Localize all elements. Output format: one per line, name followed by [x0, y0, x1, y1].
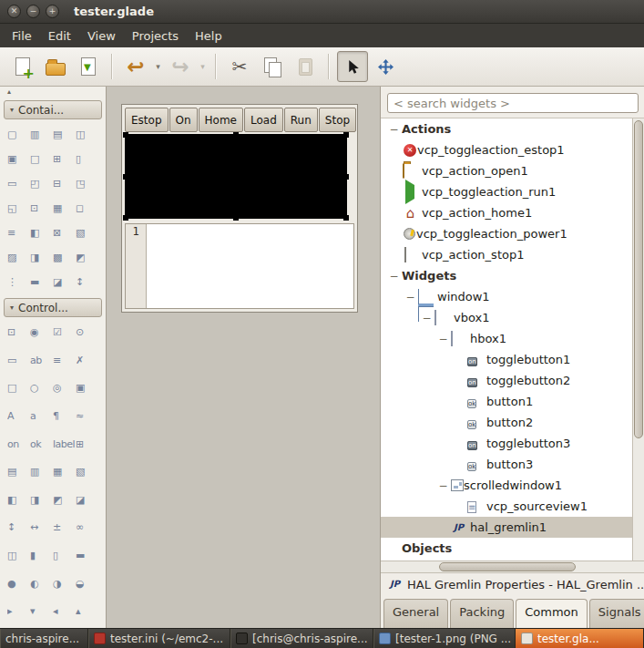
- palette-widget-icon[interactable]: ▬: [76, 549, 98, 563]
- expander-icon[interactable]: [419, 312, 434, 324]
- palette-widget-icon[interactable]: ≈: [76, 409, 98, 424]
- expander-icon[interactable]: [386, 270, 402, 283]
- palette-widget-icon[interactable]: ◫: [76, 128, 98, 142]
- tree-row-togglebutton2[interactable]: togglebutton2: [381, 370, 632, 391]
- palette-widget-icon[interactable]: ◒: [76, 577, 98, 591]
- palette-widget-icon[interactable]: ▭: [7, 177, 30, 191]
- tree-row-togglebutton1[interactable]: togglebutton1: [381, 349, 632, 370]
- tree-row-togglebutton3[interactable]: togglebutton3: [381, 433, 632, 454]
- run-togglebutton[interactable]: Run: [284, 108, 318, 132]
- taskbar-item[interactable]: tester.ini (~/emc2-...: [88, 629, 230, 648]
- selection-handle[interactable]: [343, 132, 349, 138]
- palette-widget-icon[interactable]: ok: [30, 437, 53, 452]
- selection-handle[interactable]: [123, 174, 128, 180]
- palette-widget-icon[interactable]: ✗: [76, 354, 98, 368]
- palette-widget-icon[interactable]: ↕: [7, 520, 30, 535]
- palette-widget-icon[interactable]: ▢: [7, 128, 30, 142]
- tree-row-hbox1[interactable]: hbox1: [381, 328, 632, 349]
- tree-row-button3[interactable]: button3: [381, 454, 632, 475]
- paste-button[interactable]: [290, 51, 321, 82]
- palette-widget-icon[interactable]: ▩: [53, 251, 76, 265]
- palette-widget-icon[interactable]: label: [53, 437, 76, 452]
- palette-scroll-up[interactable]: ▴: [0, 87, 106, 98]
- tree-row-power-action[interactable]: vcp_toggleaction_power1: [381, 223, 632, 244]
- palette-widget-icon[interactable]: on: [7, 437, 30, 452]
- palette-widget-icon[interactable]: ▾: [30, 604, 53, 619]
- save-button[interactable]: [73, 51, 104, 82]
- sourceview-widget[interactable]: 1: [125, 223, 354, 309]
- tree-row-hal-gremlin1[interactable]: hal_gremlin1: [381, 517, 632, 538]
- expander-icon[interactable]: [386, 123, 402, 136]
- selection-handle[interactable]: [123, 215, 128, 221]
- home-button[interactable]: Home: [199, 108, 243, 132]
- minimize-button[interactable]: −: [26, 5, 40, 18]
- tab-packing[interactable]: Packing: [450, 599, 514, 628]
- palette-widget-icon[interactable]: ⊡: [7, 325, 30, 340]
- palette-widget-icon[interactable]: ◻: [76, 201, 98, 216]
- palette-widget-icon[interactable]: ◫: [7, 549, 30, 563]
- palette-widget-icon[interactable]: □: [7, 381, 30, 396]
- palette-widget-icon[interactable]: ▤: [7, 465, 30, 479]
- palette-widget-icon[interactable]: ◑: [53, 577, 76, 591]
- palette-widget-icon[interactable]: A: [7, 409, 30, 424]
- designed-window[interactable]: Estop On Home Load Run Stop: [121, 104, 358, 313]
- palette-widget-icon[interactable]: ◱: [7, 201, 30, 216]
- palette-widget-icon[interactable]: ⊠: [53, 226, 76, 241]
- palette-widget-icon[interactable]: ⊟: [53, 177, 76, 191]
- palette-widget-icon[interactable]: ☑: [53, 325, 76, 340]
- palette-widget-icon[interactable]: ▬: [30, 275, 53, 290]
- titlebar[interactable]: ✕ − + tester.glade: [0, 0, 644, 24]
- selection-handle[interactable]: [233, 215, 239, 221]
- palette-widget-icon[interactable]: ◎: [53, 381, 76, 396]
- menu-projects[interactable]: Projects: [124, 26, 187, 46]
- palette-section-control[interactable]: Control...: [4, 298, 102, 317]
- palette-section-containers[interactable]: Contai...: [4, 100, 102, 119]
- tab-signals[interactable]: Signals: [589, 599, 644, 628]
- taskbar-item[interactable]: [chris@chris-aspire...: [230, 629, 373, 648]
- palette-widget-icon[interactable]: ◂: [53, 604, 76, 619]
- expander-icon[interactable]: [403, 291, 418, 303]
- palette-widget-icon[interactable]: ab: [30, 354, 53, 368]
- palette-widget-icon[interactable]: ▨: [7, 251, 30, 265]
- hal-gremlin-widget[interactable]: [125, 134, 347, 219]
- on-togglebutton[interactable]: On: [169, 108, 198, 132]
- taskbar-item[interactable]: chris-aspire...: [0, 629, 88, 648]
- tab-general[interactable]: General: [383, 599, 448, 628]
- palette-widget-icon[interactable]: ▧: [76, 226, 98, 241]
- palette-widget-icon[interactable]: ▸: [7, 604, 30, 619]
- estop-togglebutton[interactable]: Estop: [125, 108, 169, 132]
- menu-view[interactable]: View: [79, 26, 124, 46]
- tree-group-objects[interactable]: Objects: [381, 538, 632, 559]
- palette-widget-icon[interactable]: ≡: [53, 354, 76, 368]
- palette-widget-icon[interactable]: ▣: [76, 381, 98, 396]
- redo-dropdown[interactable]: [198, 62, 208, 71]
- palette-widget-icon[interactable]: ±: [53, 520, 76, 535]
- maximize-button[interactable]: +: [46, 5, 59, 18]
- palette-widget-icon[interactable]: ◧: [7, 493, 30, 508]
- tree-horizontal-scrollbar[interactable]: [381, 561, 644, 572]
- scrollbar-thumb[interactable]: [634, 120, 643, 438]
- stop-button[interactable]: Stop: [319, 108, 356, 132]
- palette-widget-icon[interactable]: ▯: [53, 549, 76, 563]
- tab-common[interactable]: Common: [516, 599, 588, 628]
- tree-row-button2[interactable]: button2: [381, 412, 632, 433]
- palette-widget-icon[interactable]: ◪: [53, 275, 76, 290]
- palette-widget-icon[interactable]: ◉: [30, 325, 53, 340]
- tree-row-button1[interactable]: button1: [381, 391, 632, 412]
- open-button[interactable]: [40, 51, 71, 82]
- load-button[interactable]: Load: [244, 108, 283, 132]
- copy-button[interactable]: [257, 51, 288, 82]
- tree-row-estop-action[interactable]: vcp_toggleaction_estop1: [381, 139, 632, 160]
- tree-group-widgets[interactable]: Widgets: [381, 265, 632, 286]
- palette-widget-icon[interactable]: ◩: [76, 251, 98, 265]
- palette-widget-icon[interactable]: ▴: [76, 604, 98, 619]
- palette-widget-icon[interactable]: ◰: [30, 177, 53, 191]
- selection-handle[interactable]: [233, 132, 239, 138]
- palette-widget-icon[interactable]: ⋮: [7, 275, 30, 290]
- palette-widget-icon[interactable]: □: [30, 152, 53, 167]
- tree-vertical-scrollbar[interactable]: [632, 118, 644, 561]
- design-canvas[interactable]: Estop On Home Load Run Stop: [107, 87, 380, 628]
- palette-widget-icon[interactable]: ◨: [30, 251, 53, 265]
- undo-button[interactable]: [120, 51, 151, 82]
- tree-row-vcp-sourceview1[interactable]: vcp_sourceview1: [381, 496, 632, 517]
